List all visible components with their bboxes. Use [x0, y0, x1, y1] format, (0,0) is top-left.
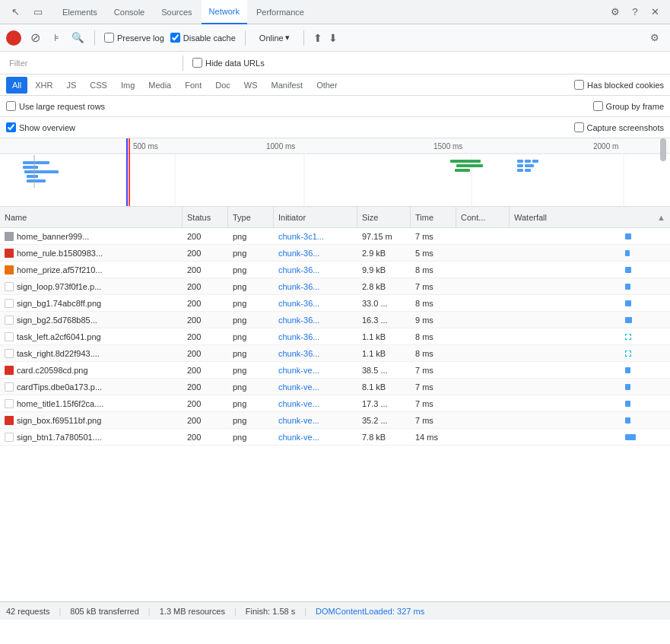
- tab-performance[interactable]: Performance: [249, 0, 312, 24]
- td-size: 2.9 kB: [357, 245, 411, 261]
- table-row[interactable]: sign_loop.973f0f1e.p... 200 png chunk-36…: [0, 278, 670, 295]
- td-time: 7 ms: [411, 362, 456, 378]
- type-btn-ws[interactable]: WS: [238, 77, 264, 94]
- table-row[interactable]: home_prize.af57f210... 200 png chunk-36.…: [0, 262, 670, 278]
- capture-screenshots-checkbox[interactable]: [574, 122, 584, 132]
- svg-rect-19: [456, 164, 483, 167]
- show-overview-checkbox[interactable]: [6, 122, 16, 132]
- td-size: 8.1 kB: [357, 379, 411, 395]
- td-status: 200: [183, 362, 228, 378]
- table-row[interactable]: sign_bg2.5d768b85... 200 png chunk-36...…: [0, 312, 670, 328]
- toolbar-separator: [94, 30, 95, 46]
- td-time: 7 ms: [411, 412, 456, 428]
- large-rows-label[interactable]: Use large request rows: [6, 101, 105, 111]
- close-icon[interactable]: ✕: [646, 3, 664, 21]
- row-icon: [5, 366, 14, 375]
- table-row[interactable]: sign_btn1.7a780501.... 200 png chunk-ve.…: [0, 429, 670, 446]
- record-button[interactable]: [6, 30, 21, 46]
- td-size: 1.1 kB: [357, 328, 411, 344]
- capture-screenshots-label[interactable]: Capture screenshots: [574, 122, 665, 132]
- device-icon[interactable]: ▭: [29, 3, 47, 21]
- td-status: 200: [183, 312, 228, 328]
- type-btn-other[interactable]: Other: [310, 77, 344, 94]
- search-icon[interactable]: 🔍: [70, 30, 85, 46]
- td-name: cardTips.dbe0a173.p...: [0, 379, 183, 395]
- resources-size: 1.3 MB resources: [160, 607, 225, 616]
- th-cont[interactable]: Cont...: [456, 207, 510, 227]
- hide-data-urls-checkbox[interactable]: [192, 58, 202, 68]
- type-btn-js[interactable]: JS: [60, 77, 82, 94]
- settings-icon[interactable]: ⚙: [606, 3, 624, 21]
- type-btn-img[interactable]: Img: [115, 77, 141, 94]
- disable-cache-label[interactable]: Disable cache: [170, 33, 236, 43]
- help-icon[interactable]: ?: [626, 3, 644, 21]
- th-status[interactable]: Status: [183, 207, 228, 227]
- td-waterfall: [510, 262, 670, 278]
- td-status: 200: [183, 429, 228, 445]
- type-btn-css[interactable]: CSS: [84, 77, 113, 94]
- type-btn-all[interactable]: All: [6, 77, 27, 94]
- td-type: png: [228, 429, 274, 445]
- th-waterfall[interactable]: Waterfall ▲: [510, 207, 670, 227]
- td-initiator: chunk-36...: [274, 245, 357, 261]
- td-name: sign_bg2.5d768b85...: [0, 312, 183, 328]
- type-btn-doc[interactable]: Doc: [209, 77, 237, 94]
- pointer-icon[interactable]: ↖: [6, 3, 24, 21]
- th-size[interactable]: Size: [357, 207, 411, 227]
- td-time: 7 ms: [411, 278, 456, 294]
- table-row[interactable]: sign_box.f69511bf.png 200 png chunk-ve..…: [0, 412, 670, 429]
- table-row[interactable]: home_title1.15f6f2ca.... 200 png chunk-v…: [0, 395, 670, 412]
- filter-icon[interactable]: ⊧: [49, 30, 64, 46]
- td-name: home_title1.15f6f2ca....: [0, 395, 183, 411]
- transferred-size: 805 kB transferred: [70, 607, 139, 616]
- tab-elements[interactable]: Elements: [55, 0, 105, 24]
- svg-rect-22: [525, 160, 531, 163]
- download-icon[interactable]: ⬇: [329, 32, 338, 44]
- has-blocked-cookies-checkbox[interactable]: [574, 80, 584, 90]
- has-blocked-container: Has blocked cookies: [574, 80, 664, 90]
- th-initiator[interactable]: Initiator: [274, 207, 357, 227]
- td-initiator: chunk-ve...: [274, 412, 357, 428]
- upload-icon[interactable]: ⬆: [313, 32, 322, 44]
- td-name: sign_bg1.74abc8ff.png: [0, 295, 183, 311]
- large-rows-checkbox[interactable]: [6, 101, 16, 111]
- filter-input[interactable]: [6, 57, 173, 69]
- table-row[interactable]: cardTips.dbe0a173.p... 200 png chunk-ve.…: [0, 379, 670, 395]
- requests-table-container[interactable]: Name Status Type Initiator Size Time Con…: [0, 207, 670, 601]
- network-settings-icon[interactable]: ⚙: [646, 29, 664, 47]
- tab-sources[interactable]: Sources: [154, 0, 199, 24]
- group-by-frame-label[interactable]: Group by frame: [593, 101, 664, 111]
- status-bar: 42 requests | 805 kB transferred | 1.3 M…: [0, 601, 670, 620]
- type-btn-manifest[interactable]: Manifest: [265, 77, 310, 94]
- show-overview-label[interactable]: Show overview: [6, 122, 75, 132]
- disable-cache-checkbox[interactable]: [170, 33, 180, 43]
- td-waterfall: [510, 412, 670, 428]
- row-icon: [5, 382, 14, 392]
- td-cont: [456, 262, 510, 278]
- type-btn-xhr[interactable]: XHR: [29, 77, 59, 94]
- type-btn-media[interactable]: Media: [142, 77, 177, 94]
- preserve-log-label[interactable]: Preserve log: [104, 33, 164, 43]
- th-time[interactable]: Time: [411, 207, 456, 227]
- table-row[interactable]: task_right.8d22f943.... 200 png chunk-36…: [0, 345, 670, 362]
- preserve-log-checkbox[interactable]: [104, 33, 114, 43]
- stop-button[interactable]: ⊘: [27, 30, 43, 46]
- table-row[interactable]: task_left.a2cf6041.png 200 png chunk-36.…: [0, 328, 670, 345]
- table-row[interactable]: home_rule.b1580983... 200 png chunk-36..…: [0, 245, 670, 262]
- td-cont: [456, 345, 510, 361]
- td-size: 97.15 m: [357, 228, 411, 244]
- th-type[interactable]: Type: [228, 207, 274, 227]
- type-btn-font[interactable]: Font: [179, 77, 208, 94]
- table-row[interactable]: sign_bg1.74abc8ff.png 200 png chunk-36..…: [0, 295, 670, 312]
- td-waterfall: [510, 345, 670, 361]
- online-dropdown[interactable]: Online ▾: [255, 31, 294, 44]
- group-by-frame-checkbox[interactable]: [593, 101, 603, 111]
- tab-console[interactable]: Console: [106, 0, 152, 24]
- hide-data-urls-label[interactable]: Hide data URLs: [192, 58, 265, 68]
- tab-network[interactable]: Network: [202, 0, 247, 24]
- table-row[interactable]: home_banner999... 200 png chunk-3c1... 9…: [0, 228, 670, 245]
- th-name[interactable]: Name: [0, 207, 183, 227]
- td-size: 17.3 ...: [357, 395, 411, 411]
- table-row[interactable]: card.c20598cd.png 200 png chunk-ve... 38…: [0, 362, 670, 379]
- td-waterfall: [510, 395, 670, 411]
